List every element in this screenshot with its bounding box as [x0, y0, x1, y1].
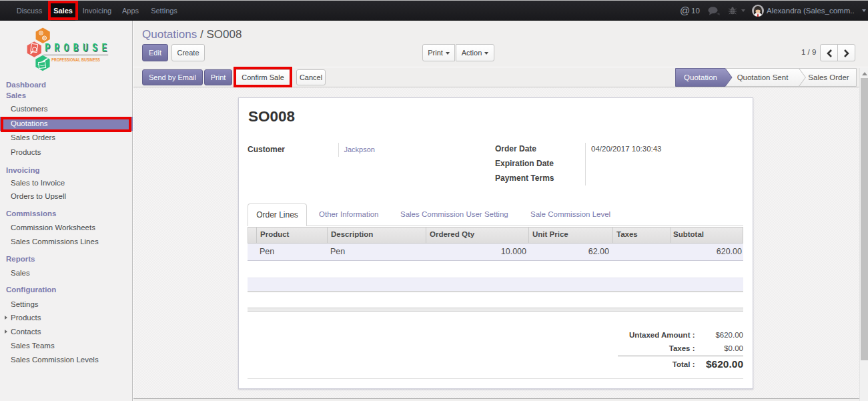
- svg-text:B: B: [73, 41, 79, 54]
- svg-text:P: P: [45, 41, 50, 54]
- svg-text:Sales Order: Sales Order: [808, 73, 849, 81]
- svg-text:O: O: [64, 41, 69, 54]
- svg-text:Quotation Sent: Quotation Sent: [737, 73, 789, 81]
- svg-text:PROFESSIONAL BUSINESS: PROFESSIONAL BUSINESS: [51, 57, 100, 63]
- svg-text:U: U: [83, 41, 88, 54]
- svg-text:E: E: [101, 41, 107, 54]
- svg-text:S: S: [92, 41, 97, 54]
- svg-text:R: R: [54, 41, 59, 54]
- svg-text:Quotation: Quotation: [684, 73, 717, 81]
